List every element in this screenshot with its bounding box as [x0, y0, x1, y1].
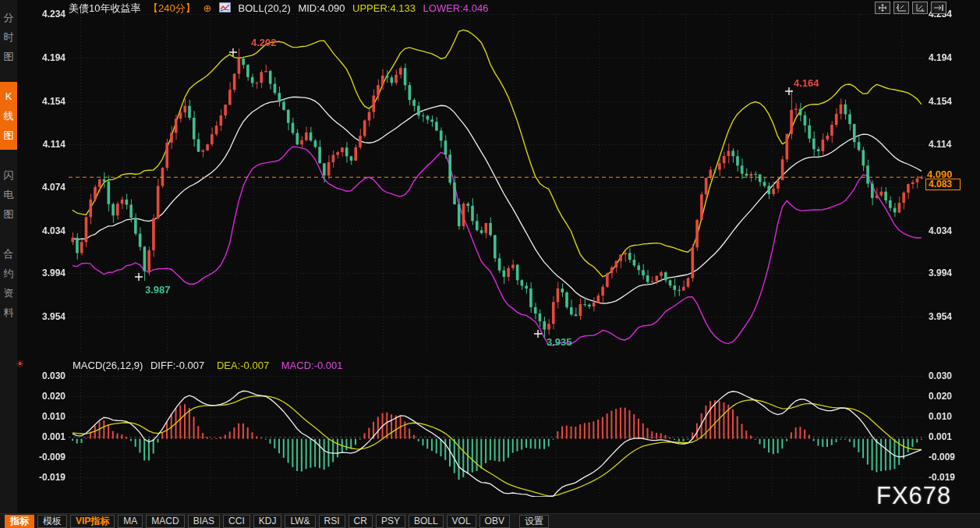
main-y-label-left: 4.194 [19, 52, 65, 63]
main-y-label-right: 4.194 [929, 52, 975, 63]
macd-y-label-left: 0.030 [19, 370, 65, 381]
main-y-label-left: 3.994 [19, 268, 65, 278]
crosshair-icon[interactable] [875, 2, 890, 14]
toolbar-item-RSI[interactable]: RSI [319, 515, 345, 528]
price-annotation: 4.164 [794, 77, 819, 89]
boll-upper-label: UPPER:4.133 [352, 2, 416, 15]
sidebar: 分时图K线图闪电图合约资料 [0, 0, 17, 528]
boll-lower-label: LOWER:4.046 [423, 2, 489, 15]
chart-canvas[interactable] [0, 0, 980, 528]
macd-y-label-right: 0.030 [929, 370, 975, 381]
toolbar-item-模板[interactable]: 模板 [37, 515, 67, 528]
axis-scale-left-icon[interactable] [893, 2, 909, 14]
toolbar-item-BIAS[interactable]: BIAS [188, 515, 220, 528]
x-axis-row: 240分 ▲ 2025/10/01 07:00~11:00 三 09/1309/… [0, 498, 980, 513]
main-y-label-left: 4.034 [19, 225, 65, 236]
sidebar-tab-2[interactable]: 闪电图 [0, 161, 17, 229]
macd-y-label-left: -0.019 [19, 472, 65, 483]
main-y-label-left: 4.234 [19, 9, 65, 19]
toolbar-item-MACD[interactable]: MACD [146, 515, 184, 528]
toolbar-item-指标[interactable]: 指标 [5, 515, 34, 528]
macd-macd-label: MACD:-0.001 [281, 360, 343, 371]
macd-y-label-left: 0.001 [19, 431, 65, 442]
main-y-label-left: 4.114 [19, 139, 65, 150]
main-y-label-right: 4.034 [929, 225, 975, 236]
main-y-label-right: 4.114 [929, 139, 975, 150]
main-y-label-left: 4.074 [19, 182, 65, 193]
macd-y-label-left: 0.020 [19, 391, 65, 402]
chart-tool-icons [875, 2, 946, 14]
boll-mid-label: MID:4.090 [298, 2, 345, 15]
macd-y-label-right: 0.020 [929, 391, 975, 402]
toolbar-item-CCI[interactable]: CCI [223, 515, 250, 528]
main-y-label-right: 3.954 [929, 311, 975, 322]
macd-y-label-right: -0.019 [929, 472, 975, 483]
toolbar-item-KDJ[interactable]: KDJ [253, 515, 282, 528]
axis-shift-right-icon[interactable] [931, 2, 946, 14]
indicator-name: BOLL(20,2) [239, 2, 291, 15]
price-annotation: 3.987 [145, 284, 171, 296]
add-indicator-icon[interactable]: ⊕ [203, 2, 211, 15]
last-price-tag: 4.083 [925, 179, 961, 190]
macd-formula: MACD(26,12,9) [73, 360, 143, 371]
toolbar-item-PSY[interactable]: PSY [376, 515, 405, 528]
main-y-label-right: 4.154 [929, 96, 975, 107]
page-title: 美债10年收益率 [69, 2, 140, 15]
macd-y-label-right: -0.009 [929, 452, 975, 462]
main-y-label-left: 3.954 [19, 311, 65, 322]
macd-y-label-left: 0.010 [19, 411, 65, 422]
toolbar-item-CR[interactable]: CR [348, 515, 373, 528]
watermark-logo: FX678 [876, 482, 951, 510]
toolbar-item-LW&[interactable]: LW& [285, 515, 315, 528]
toolbar-item-VOL[interactable]: VOL [447, 515, 476, 528]
price-annotation: 3.935 [547, 336, 572, 348]
chart-header: 美债10年收益率 【240分】 ⊕ BOLL(20,2) MID:4.090 U… [69, 2, 493, 16]
macd-diff-label: DIFF:-0.007 [150, 360, 204, 371]
trading-terminal: 分时图K线图闪电图合约资料 ☀ 美债10年收益率 【240分】 ⊕ BOLL(2… [0, 0, 980, 528]
price-annotation: 4.202 [251, 37, 277, 48]
axis-scale-bottom-icon[interactable] [912, 2, 928, 14]
bottom-toolbar: 指标模板VIP指标MAMACDBIASCCIKDJLW&RSICRPSYBOLL… [0, 513, 980, 528]
sidebar-tab-3[interactable]: 合约资料 [0, 239, 17, 327]
toolbar-item-OBV[interactable]: OBV [479, 515, 510, 528]
toolbar-item-MA[interactable]: MA [118, 515, 143, 528]
macd-y-label-right: 0.010 [929, 411, 975, 422]
sidebar-tab-0[interactable]: 分时图 [0, 3, 17, 71]
macd-header: MACD(26,12,9) DIFF:-0.007 DEA:-0.007 MAC… [73, 360, 352, 371]
alert-sun-icon[interactable]: ☀ [16, 358, 25, 370]
sidebar-tab-1[interactable]: K线图 [0, 82, 17, 150]
toolbar-item-设置[interactable]: 设置 [519, 515, 549, 528]
mini-chart-icon [219, 2, 231, 16]
macd-y-label-right: 0.001 [929, 431, 975, 442]
toolbar-item-VIP指标[interactable]: VIP指标 [70, 515, 115, 528]
macd-dea-label: DEA:-0.007 [217, 360, 269, 371]
main-y-label-left: 4.154 [19, 96, 65, 107]
main-y-label-right: 3.994 [929, 268, 975, 278]
macd-y-label-left: -0.009 [19, 452, 65, 462]
toolbar-item-BOLL[interactable]: BOLL [409, 515, 444, 528]
period-tag[interactable]: 【240分】 [148, 2, 196, 15]
